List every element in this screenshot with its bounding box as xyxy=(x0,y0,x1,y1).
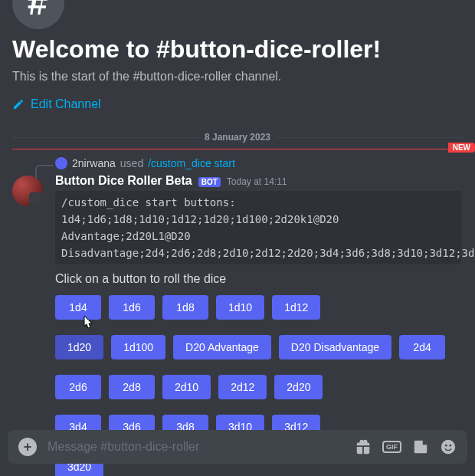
dice-button-2d12[interactable]: 2d12 xyxy=(218,375,267,399)
dice-button-1d10[interactable]: 1d10 xyxy=(216,295,264,320)
message-input[interactable] xyxy=(48,440,344,454)
message-timestamp: Today at 14:11 xyxy=(227,176,287,187)
message-author[interactable]: Button Dice Roller Beta xyxy=(55,174,192,188)
dice-button-1d20[interactable]: 1d20 xyxy=(55,335,103,359)
reply-command: /custom_dice start xyxy=(148,157,235,169)
channel-hash-icon xyxy=(12,0,64,29)
dice-button-2d8[interactable]: 2d8 xyxy=(109,375,155,399)
welcome-title: Welcome to #button-dice-roller! xyxy=(12,35,463,64)
dice-button-1d12[interactable]: 1d12 xyxy=(272,295,320,320)
sticker-icon[interactable] xyxy=(412,438,429,455)
dice-button-2d20[interactable]: 2d20 xyxy=(274,375,323,399)
reply-verb: used xyxy=(120,157,143,169)
command-block: /custom_dice start buttons: 1d4;1d6;1d8;… xyxy=(55,191,461,264)
date-divider: 8 January 2023 xyxy=(12,132,463,143)
welcome-subtitle: This is the start of the #button-dice-ro… xyxy=(12,70,463,84)
reply-username: 2nirwana xyxy=(72,157,116,169)
dice-button-2d4[interactable]: 2d4 xyxy=(399,335,445,359)
gif-icon[interactable]: GIF xyxy=(382,441,401,453)
reply-context[interactable]: 2nirwana used /custom_dice start xyxy=(55,157,463,169)
edit-channel-link[interactable]: Edit Channel xyxy=(12,97,101,111)
reply-avatar xyxy=(55,157,67,169)
dice-button-1d100[interactable]: 1d100 xyxy=(111,335,165,359)
dice-button-d20-advantage[interactable]: D20 Advantage xyxy=(173,335,271,359)
dice-button-1d6[interactable]: 1d6 xyxy=(109,295,155,320)
dice-button-1d8[interactable]: 1d8 xyxy=(162,295,208,320)
attach-button[interactable]: + xyxy=(18,438,37,456)
gift-icon[interactable] xyxy=(355,438,372,455)
dice-button-2d6[interactable]: 2d6 xyxy=(55,375,101,399)
new-messages-divider: NEW xyxy=(12,149,463,149)
emoji-icon[interactable] xyxy=(440,438,457,455)
dice-button-2d10[interactable]: 2d10 xyxy=(162,375,211,399)
svg-point-0 xyxy=(441,440,455,454)
svg-point-2 xyxy=(449,445,451,447)
dice-button-1d4[interactable]: 1d4 xyxy=(55,295,101,320)
new-badge: NEW xyxy=(448,143,475,153)
bot-avatar[interactable] xyxy=(12,176,43,206)
message-composer[interactable]: + GIF xyxy=(8,430,467,464)
edit-channel-label: Edit Channel xyxy=(31,97,101,111)
pencil-icon xyxy=(12,98,25,110)
dice-button-d20-disadvantage[interactable]: D20 Disadvantage xyxy=(279,335,391,359)
bot-tag: BOT xyxy=(198,177,221,187)
instruction-text: Click on a button to roll the dice xyxy=(55,272,463,286)
svg-point-1 xyxy=(445,445,447,447)
